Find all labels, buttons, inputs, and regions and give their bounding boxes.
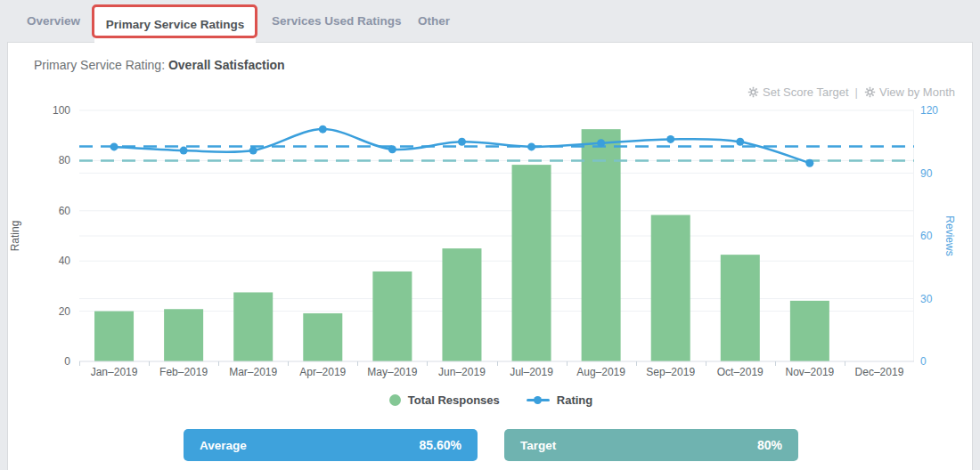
tab-label: Primary Service Ratings <box>106 18 244 31</box>
rating-point[interactable] <box>597 139 605 147</box>
right-axis-tick-label: 60 <box>920 229 932 243</box>
set-score-target-button[interactable]: Set Score Target <box>747 85 849 99</box>
x-axis-labels: Jan–2019Feb–2019Mar–2019Apr–2019May–2019… <box>79 366 914 384</box>
legend-label: Total Responses <box>408 393 500 407</box>
rating-point[interactable] <box>736 138 744 146</box>
average-card: Average 85.60% <box>184 429 478 461</box>
content-panel: Primary Service Rating: Overall Satisfac… <box>7 42 973 470</box>
rating-point[interactable] <box>180 147 188 155</box>
right-axis-tick-label: 90 <box>920 166 932 181</box>
bar-total-responses[interactable] <box>721 255 760 361</box>
left-axis-tick-label: 80 <box>31 153 70 167</box>
rating-point[interactable] <box>805 159 813 167</box>
left-axis-tick-label: 100 <box>31 103 70 118</box>
tab-primary-service-ratings[interactable]: Primary Service Ratings <box>94 5 256 44</box>
title-prefix: Primary Service Rating: <box>34 58 165 72</box>
bar-total-responses[interactable] <box>512 165 551 361</box>
bar-total-responses[interactable] <box>372 271 412 361</box>
page: Overview Primary Service Ratings Service… <box>0 0 980 470</box>
left-axis-tick-label: 0 <box>31 354 70 369</box>
bar-total-responses[interactable] <box>303 313 342 361</box>
legend-label: Rating <box>557 393 592 407</box>
tab-other[interactable]: Other <box>418 0 450 42</box>
view-by-month-button[interactable]: View by Month <box>864 85 955 99</box>
rating-point[interactable] <box>319 126 327 134</box>
chart-legend: Total Responses Rating <box>8 393 974 407</box>
right-axis-title: Reviews <box>943 215 956 255</box>
target-card-value: 80% <box>757 438 782 452</box>
right-axis-tick-label: 30 <box>920 292 932 306</box>
chart-plot-area <box>79 106 914 366</box>
legend-circle-icon <box>389 394 401 406</box>
right-axis-tick-label: 120 <box>920 103 938 118</box>
average-card-label: Average <box>200 439 247 452</box>
left-axis-tick-label: 40 <box>31 254 70 268</box>
bar-total-responses[interactable] <box>442 248 481 361</box>
tab-bar: Overview Primary Service Ratings Service… <box>0 0 980 42</box>
tab-services-used-ratings[interactable]: Services Used Ratings <box>272 0 402 42</box>
rating-point[interactable] <box>110 142 118 150</box>
chart-toolbar: Set Score Target | View by Month <box>747 85 955 99</box>
bar-total-responses[interactable] <box>582 129 621 361</box>
view-by-month-label: View by Month <box>879 85 955 99</box>
chart-canvas <box>79 106 914 366</box>
gear-icon <box>747 86 759 98</box>
target-card: Target 80% <box>504 429 798 461</box>
legend-item-rating[interactable]: Rating <box>527 393 592 407</box>
left-axis-ticks: 020406080100 <box>31 106 70 366</box>
rating-point[interactable] <box>527 142 535 150</box>
legend-item-total-responses[interactable]: Total Responses <box>389 393 500 407</box>
gear-icon <box>864 86 876 98</box>
bar-total-responses[interactable] <box>790 301 829 361</box>
toolbar-separator: | <box>855 85 858 99</box>
set-score-target-label: Set Score Target <box>763 85 849 99</box>
rating-point[interactable] <box>458 138 466 146</box>
x-axis-tick-label: Dec–2019 <box>835 366 924 378</box>
bar-total-responses[interactable] <box>94 312 134 361</box>
bar-total-responses[interactable] <box>233 292 273 361</box>
bar-total-responses[interactable] <box>651 215 690 362</box>
left-axis-title: Rating <box>9 221 21 252</box>
rating-point[interactable] <box>666 135 674 143</box>
tab-overview[interactable]: Overview <box>27 0 80 42</box>
title-metric: Overall Satisfaction <box>168 58 285 72</box>
target-card-label: Target <box>520 439 556 452</box>
rating-point[interactable] <box>249 147 257 155</box>
bar-total-responses[interactable] <box>164 309 203 361</box>
rating-point[interactable] <box>388 145 396 153</box>
left-axis-tick-label: 20 <box>31 304 70 319</box>
left-axis-tick-label: 60 <box>31 204 70 218</box>
average-card-value: 85.60% <box>420 438 461 452</box>
legend-line-dot-icon <box>527 394 550 406</box>
page-title: Primary Service Rating: Overall Satisfac… <box>34 58 285 72</box>
